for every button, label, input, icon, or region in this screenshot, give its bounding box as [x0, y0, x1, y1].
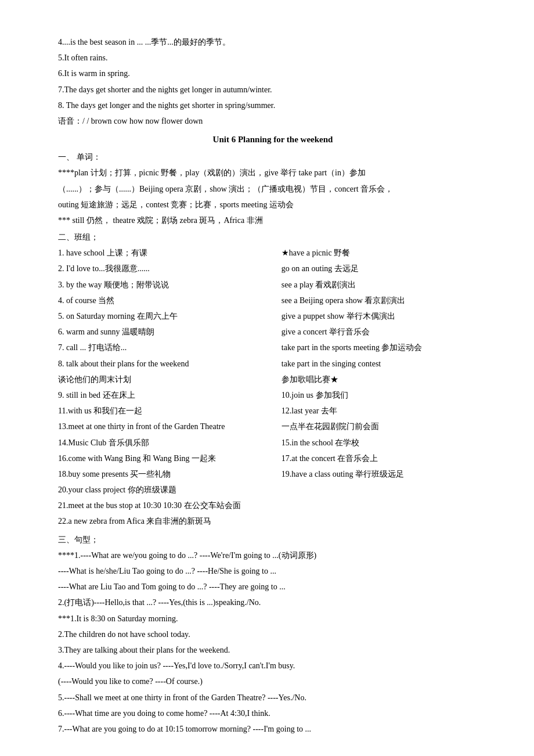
line-5: 8. The days get longer and the nights ge…: [58, 98, 488, 113]
section1-line4: *** still 仍然， theatre 戏院；剧场 zebra 斑马，Afr…: [58, 213, 488, 228]
sp5: ***1.It is 8:30 on Saturday morning.: [58, 611, 488, 626]
phrase-r12: 一点半在花园剧院门前会面: [282, 419, 488, 434]
phrase-l16: 20.your class project 你的班级课题: [58, 483, 276, 497]
section2: 二、班组； 1. have school 上课；有课 2. I'd love t…: [58, 230, 488, 530]
phrase-r7: take part in the sports meeting 参加运动会: [282, 340, 488, 355]
phrase-l15: 18.buy some presents 买一些礼物: [58, 467, 276, 481]
phrase-r2: go on an outing 去远足: [282, 261, 488, 276]
sp1: ****1.----What are we/you going to do ..…: [58, 548, 488, 563]
phrase-l1: 1. have school 上课；有课: [58, 246, 276, 260]
phrase-l7: 7. call ... 打电话给...: [58, 340, 276, 355]
phrases-left-col: 1. have school 上课；有课 2. I'd love to...我很…: [58, 246, 282, 530]
unit-title: Unit 6 Planning for the weekend: [58, 132, 488, 147]
phrase-l8: 8. talk about their plans for the weeken…: [58, 357, 276, 371]
section1-title: 一、 单词：: [58, 150, 488, 164]
phrase-r15: 19.have a class outing 举行班级远足: [282, 467, 488, 481]
top-lines: 4....is the best season in ... ...季节...的…: [58, 35, 488, 128]
phrases-container: 1. have school 上课；有课 2. I'd love to...我很…: [58, 246, 488, 530]
sp2: ----What is he/she/Liu Tao going to do .…: [58, 564, 488, 578]
phrase-l12: 13.meet at one thirty in front of the Ga…: [58, 419, 276, 434]
section1-line1: ****plan 计划；打算，picnic 野餐，play（戏剧的）演出，giv…: [58, 165, 488, 180]
phrase-l9: 谈论他们的周末计划: [58, 372, 276, 387]
section1-line3: outing 短途旅游；远足，contest 竞赛；比赛，sports meet…: [58, 197, 488, 212]
sp6: 2.The children do not have school today.: [58, 627, 488, 642]
sp12: 7.---What are you going to do at 10:15 t…: [58, 722, 488, 736]
phrase-l6: 6. warm and sunny 温暖晴朗: [58, 325, 276, 339]
sp3: ----What are Liu Tao and Tom going to do…: [58, 579, 488, 594]
phrase-r11: 12.last year 去年: [282, 404, 488, 418]
phrase-r6: give a concert 举行音乐会: [282, 325, 488, 339]
line-3: 6.It is warm in spring.: [58, 66, 488, 81]
phrase-l18: 22.a new zebra from Afica 来自非洲的新斑马: [58, 514, 276, 528]
sp4: 2.(打电话)----Hello,is that ...? ----Yes,(t…: [58, 595, 488, 610]
phrase-r1: ★have a picnic 野餐: [282, 246, 488, 260]
sp7: 3.They are talking about their plans for…: [58, 643, 488, 657]
phrase-l11: 11.with us 和我们在一起: [58, 404, 276, 418]
phrase-r10: 10.join us 参加我们: [282, 388, 488, 402]
phrase-l17: 21.meet at the bus stop at 10:30 10:30 在…: [58, 498, 276, 513]
section1: 一、 单词： ****plan 计划；打算，picnic 野餐，play（戏剧的…: [58, 150, 488, 228]
phrase-r9: 参加歌唱比赛★: [282, 372, 488, 387]
line-2: 5.It often rains.: [58, 51, 488, 65]
sp10: 5.----Shall we meet at one thirty in fro…: [58, 690, 488, 705]
line-4: 7.The days get shorter and the nights ge…: [58, 82, 488, 97]
phrase-r4: see a Beijing opera show 看京剧演出: [282, 293, 488, 308]
phrase-l4: 4. of course 当然: [58, 293, 276, 308]
phrase-l10: 9. still in bed 还在床上: [58, 388, 276, 402]
sp9: (----Would you like to come? ----Of cour…: [58, 674, 488, 689]
section2-title: 二、班组；: [58, 230, 488, 244]
phrases-right-col: ★have a picnic 野餐 go on an outing 去远足 se…: [282, 246, 488, 530]
phrase-r14: 17.at the concert 在音乐会上: [282, 451, 488, 466]
sp11: 6.----What time are you doing to come ho…: [58, 706, 488, 721]
line-6: 语音：/ / brown cow how now flower down: [58, 114, 488, 128]
phrase-l5: 5. on Saturday morning 在周六上午: [58, 309, 276, 323]
phrase-r13: 15.in the school 在学校: [282, 435, 488, 450]
phrase-l13: 14.Music Club 音乐俱乐部: [58, 435, 276, 450]
phrase-l3: 3. by the way 顺便地；附带说说: [58, 278, 276, 292]
section3: 三、句型； ****1.----What are we/you going to…: [58, 532, 488, 736]
phrase-r5: give a puppet show 举行木偶演出: [282, 309, 488, 323]
phrase-r3: see a play 看戏剧演出: [282, 278, 488, 292]
sp8: 4.----Would you like to join us? ----Yes…: [58, 658, 488, 673]
phrase-r8: take part in the singing contest: [282, 357, 488, 371]
line-1: 4....is the best season in ... ...季节...的…: [58, 35, 488, 49]
section3-title: 三、句型；: [58, 532, 488, 547]
phrase-l2: 2. I'd love to...我很愿意......: [58, 261, 276, 276]
phrase-l14: 16.come with Wang Bing 和 Wang Bing 一起来: [58, 451, 276, 466]
section1-line2: （......）；参与（......）Beijing opera 京剧，show…: [58, 182, 488, 196]
main-content: 4....is the best season in ... ...季节...的…: [58, 35, 488, 736]
